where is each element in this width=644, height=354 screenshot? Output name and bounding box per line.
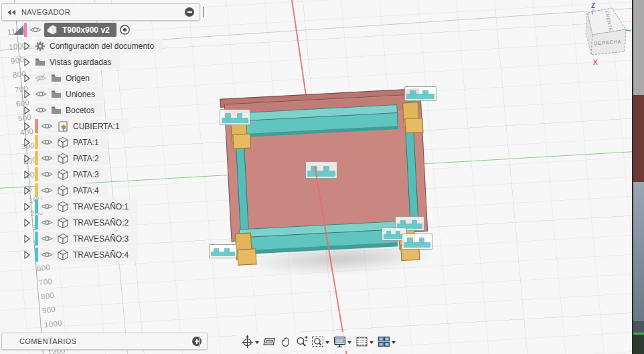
expander-wrap	[24, 187, 35, 195]
tree-item-chip[interactable]: PATA:3	[35, 167, 108, 181]
display-settings-button[interactable]	[331, 333, 347, 350]
eye-icon[interactable]	[41, 154, 53, 163]
expand-arrow-icon[interactable]	[24, 90, 30, 98]
eye-icon[interactable]	[41, 122, 53, 130]
tree-item-chip[interactable]: PATA:1	[35, 135, 108, 149]
tree-item-chip[interactable]: Configuración del documento	[35, 39, 163, 53]
tree-item-chip[interactable]: PATA:2	[35, 151, 108, 165]
expand-arrow-icon[interactable]	[24, 203, 30, 211]
activate-chip	[116, 23, 133, 37]
folder-icon	[35, 58, 46, 66]
tree-row[interactable]: Uniones	[24, 87, 104, 101]
expand-arrow-icon[interactable]	[24, 187, 30, 195]
folder-icon	[51, 74, 62, 82]
eye-icon[interactable]	[41, 250, 53, 259]
ruler-number: 600	[37, 263, 51, 272]
tree-item-chip[interactable]: Vistas guardadas	[35, 55, 120, 69]
expand-arrow-icon[interactable]	[24, 58, 30, 66]
tree-row[interactable]: Configuración del documento	[24, 39, 163, 53]
tree-item-chip[interactable]: TRAVESAÑO:3	[35, 232, 137, 246]
tree-row[interactable]: T900x900 v2	[24, 23, 133, 37]
eye-icon[interactable]	[35, 90, 47, 98]
eye-icon[interactable]	[41, 186, 53, 195]
fit-icon	[311, 335, 325, 349]
grid-display-dropdown-caret[interactable]	[370, 341, 374, 346]
navigator-scroll-nub[interactable]	[203, 7, 204, 17]
tree-row[interactable]: Origen	[24, 71, 98, 85]
display-settings-dropdown-caret[interactable]	[347, 341, 351, 346]
expand-arrow-icon[interactable]	[24, 42, 30, 50]
pata-top-right-foot[interactable]	[404, 118, 423, 133]
tree-item-label: PATA:1	[73, 138, 99, 147]
bodies-icon	[46, 24, 59, 35]
tree-row[interactable]: PATA:4	[24, 183, 108, 197]
expand-arrow-icon[interactable]	[24, 219, 30, 227]
tree-row[interactable]: CUBIERTA:1	[24, 119, 129, 133]
orbit-button[interactable]	[239, 333, 255, 350]
tree-row[interactable]: TRAVESAÑO:4	[24, 248, 137, 262]
tree-row[interactable]: PATA:1	[24, 135, 108, 149]
zoom-button[interactable]	[293, 333, 309, 350]
joint-marker[interactable]	[220, 109, 250, 125]
comments-panel-header[interactable]: COMENTARIOS	[1, 333, 208, 350]
cube-icon	[57, 201, 69, 213]
tree-item-chip[interactable]: Bocetos	[35, 103, 103, 117]
eye-icon[interactable]	[41, 234, 53, 243]
pata-top-left-foot[interactable]	[232, 133, 251, 149]
svg-text:Z: Z	[591, 2, 595, 9]
tree-item-chip[interactable]: TRAVESAÑO:2	[35, 215, 137, 230]
tree-item-chip[interactable]: CUBIERTA:1	[35, 119, 129, 133]
pata-bottom-left-foot[interactable]	[237, 248, 256, 265]
viewports-button[interactable]	[376, 333, 392, 350]
fit-button[interactable]	[309, 333, 325, 350]
expand-arrow-icon[interactable]	[24, 171, 30, 179]
joint-marker[interactable]	[402, 234, 432, 250]
eye-icon[interactable]	[29, 25, 42, 34]
tree-row[interactable]: Vistas guardadas	[24, 55, 120, 69]
expand-arrow-icon[interactable]	[24, 106, 30, 114]
viewports-dropdown-caret[interactable]	[392, 341, 396, 346]
joint-marker[interactable]	[209, 244, 237, 258]
root-corner-triangle	[13, 25, 23, 35]
fit-dropdown-caret[interactable]	[325, 341, 329, 346]
expand-arrow-icon[interactable]	[24, 74, 30, 82]
ruler-number: 1000	[44, 319, 63, 329]
expander-wrap	[24, 122, 35, 130]
tree-row[interactable]: TRAVESAÑO:3	[24, 232, 137, 246]
tree-row[interactable]: TRAVESAÑO:2	[24, 215, 137, 230]
joint-marker[interactable]	[305, 161, 337, 179]
tree-row[interactable]: PATA:3	[24, 167, 108, 181]
collapse-left-icon[interactable]	[7, 9, 16, 15]
eye-hidden-icon[interactable]	[35, 74, 47, 82]
tree-item-chip[interactable]: PATA:4	[35, 183, 108, 197]
navigator-panel-header[interactable]: NAVEGADOR	[1, 3, 200, 21]
tree-item-chip[interactable]: TRAVESAÑO:4	[35, 248, 137, 262]
display-settings-icon	[333, 335, 347, 349]
tree-row[interactable]: TRAVESAÑO:1	[24, 199, 137, 213]
eye-icon[interactable]	[41, 170, 53, 179]
tree-item-chip[interactable]: Origen	[35, 71, 98, 85]
tree-row[interactable]: Bocetos	[24, 103, 103, 117]
expand-arrow-icon[interactable]	[24, 251, 30, 259]
navigator-minimize-button[interactable]	[185, 7, 194, 17]
pan-button[interactable]	[277, 333, 293, 350]
eye-icon[interactable]	[35, 106, 47, 114]
orbit-dropdown-caret[interactable]	[255, 341, 259, 346]
expand-arrow-icon[interactable]	[24, 155, 30, 163]
eye-icon[interactable]	[41, 138, 53, 147]
eye-icon[interactable]	[41, 202, 53, 211]
tree-item-chip[interactable]: TRAVESAÑO:1	[35, 199, 137, 213]
tree-row[interactable]: PATA:2	[24, 151, 108, 165]
joint-marker[interactable]	[404, 86, 436, 101]
expand-arrow-icon[interactable]	[24, 235, 30, 243]
eye-icon[interactable]	[41, 218, 53, 227]
active-document-chip[interactable]: T900x900 v2	[44, 23, 116, 37]
radio-activate-icon[interactable]	[119, 24, 131, 35]
expand-arrow-icon[interactable]	[24, 139, 30, 147]
grid-display-button[interactable]	[353, 333, 370, 350]
expand-arrow-icon[interactable]	[24, 122, 30, 130]
tree-item-label: CUBIERTA:1	[73, 122, 120, 131]
comments-scroll-nub[interactable]	[199, 337, 200, 347]
look-at-button[interactable]	[261, 333, 277, 350]
tree-item-chip[interactable]: Uniones	[35, 87, 104, 101]
